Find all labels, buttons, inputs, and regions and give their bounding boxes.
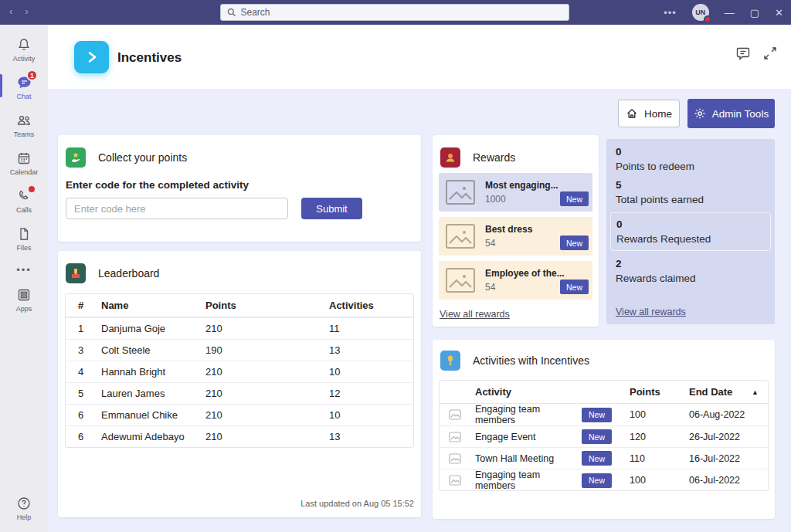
avatar-initials: UN	[695, 8, 705, 16]
titlebar: ‹ › ••• UN — ▢ ✕	[0, 0, 791, 25]
minimize-button[interactable]: —	[725, 8, 735, 18]
activities-icon	[440, 351, 460, 371]
content-area: Home Admin Tools Collect your points Ent…	[48, 89, 791, 532]
points-summary-panel: 0 Points to redeem 5 Total points earned…	[606, 139, 775, 324]
presence-busy-dot	[704, 15, 711, 23]
image-placeholder-icon	[445, 179, 476, 205]
new-badge: New	[582, 429, 612, 444]
chevron-right-icon	[86, 50, 98, 64]
search-input[interactable]	[241, 7, 562, 18]
leaderboard-row: 3Colt Steele19013	[66, 339, 413, 361]
image-placeholder-icon	[449, 432, 461, 442]
page-title: Incentives	[117, 50, 182, 66]
teams-icon	[15, 113, 32, 128]
rail-item-calendar[interactable]: Calendar	[0, 144, 48, 182]
image-placeholder-icon	[445, 267, 476, 293]
rail-label: Calendar	[10, 168, 39, 176]
leaderboard-row: 6Adewumi Adebayo21013	[66, 425, 413, 447]
leaderboard-row: 1Danjuma Goje21011	[66, 317, 413, 339]
reward-item[interactable]: Most engaging... 1000 New	[439, 173, 592, 212]
titlebar-more-icon[interactable]: •••	[664, 7, 677, 19]
reward-item[interactable]: Best dress 54 New	[439, 217, 592, 256]
activity-row[interactable]: Engaging team members New 100 06-Jul-202…	[440, 469, 768, 490]
activities-table: Activity Points End Date ▲ Engaging team…	[439, 380, 769, 491]
leaderboard-header-row: # Name Points Activities	[66, 294, 413, 317]
collect-points-card: Collect your points Enter code for the c…	[58, 135, 421, 242]
rail-item-activity[interactable]: Activity	[0, 31, 48, 69]
image-placeholder-icon	[449, 409, 461, 420]
view-all-rewards-link[interactable]: View all rewards	[440, 309, 510, 320]
rail-label: Files	[16, 244, 31, 252]
activities-header-row: Activity Points End Date ▲	[440, 381, 768, 404]
activities-card: Activities with Incentives Activity Poin…	[433, 340, 775, 519]
rewards-icon	[440, 147, 460, 168]
leaderboard-row: 6Emmanuel Chike21010	[66, 404, 413, 425]
admin-tools-button[interactable]: Admin Tools	[687, 99, 775, 128]
chat-unread-badge: 1	[26, 69, 38, 81]
new-badge: New	[560, 236, 589, 250]
calls-notification-dot	[29, 186, 35, 192]
rail-item-chat[interactable]: 1 Chat	[0, 69, 48, 107]
new-badge: New	[560, 280, 589, 294]
help-icon	[16, 496, 32, 511]
page-header: Incentives	[48, 25, 791, 89]
rail-label: Apps	[16, 305, 32, 313]
reward-item[interactable]: Employee of the... 54 New	[439, 261, 592, 300]
incentives-app-icon	[74, 41, 109, 73]
calendar-icon	[16, 151, 32, 166]
rail-label: Calls	[16, 206, 32, 214]
activity-row[interactable]: Town Hall Meeting New 110 16-Jul-2022	[440, 447, 768, 469]
gear-icon	[694, 107, 706, 120]
rail-more-icon[interactable]: •••	[0, 258, 48, 281]
rewards-title: Rewards	[473, 151, 515, 164]
bell-icon	[16, 37, 32, 53]
leaderboard-table: # Name Points Activities 1Danjuma Goje21…	[65, 293, 414, 448]
rail-label: Teams	[14, 130, 35, 138]
activity-row[interactable]: Engaging team members New 100 06-Aug-202…	[440, 404, 768, 425]
leaderboard-icon	[66, 263, 86, 283]
sort-ascending-icon[interactable]: ▲	[752, 388, 759, 396]
rail-label: Activity	[13, 55, 36, 63]
leaderboard-row: 5Lauren James21012	[66, 382, 413, 404]
enter-code-prompt: Enter code for the completed activity	[66, 179, 413, 191]
rail-item-help[interactable]: Help	[0, 490, 48, 527]
collect-points-title: Collect your points	[98, 151, 187, 164]
apps-grid-icon	[16, 287, 32, 303]
new-badge: New	[582, 408, 612, 422]
home-button[interactable]: Home	[618, 100, 680, 127]
new-badge: New	[560, 191, 589, 206]
rail-item-files[interactable]: Files	[0, 220, 48, 258]
submit-button[interactable]: Submit	[301, 198, 362, 219]
code-input[interactable]	[66, 198, 288, 219]
activity-row[interactable]: Engage Event New 120 26-Jul-2022	[440, 425, 768, 447]
stat-points-to-redeem: 0 Points to redeem	[616, 146, 766, 172]
new-badge: New	[582, 473, 612, 488]
stat-total-points-earned: 5 Total points earned	[616, 179, 766, 205]
rail-item-calls[interactable]: Calls	[0, 182, 48, 220]
home-icon	[626, 107, 638, 120]
avatar[interactable]: UN	[692, 4, 709, 21]
rail-item-teams[interactable]: Teams	[0, 107, 48, 144]
view-all-rewards-link[interactable]: View all rewards	[616, 307, 686, 317]
leaderboard-title: Leaderboard	[98, 267, 159, 280]
rail-label: Help	[17, 513, 32, 521]
feedback-icon[interactable]	[735, 46, 751, 61]
stat-rewards-claimed: 2 Rewards claimed	[616, 258, 766, 284]
new-badge: New	[582, 451, 612, 466]
maximize-button[interactable]: ▢	[750, 8, 759, 18]
close-button[interactable]: ✕	[775, 8, 783, 18]
search-box[interactable]	[220, 4, 569, 21]
leaderboard-row: 4Hannah Bright21010	[66, 361, 413, 382]
rail-item-apps[interactable]: Apps	[0, 281, 48, 319]
nav-forward-icon[interactable]: ›	[25, 5, 28, 17]
app-rail: Activity 1 Chat Teams Calendar Calls Fil…	[0, 25, 48, 532]
teams-window: ‹ › ••• UN — ▢ ✕ Activity 1 Chat	[0, 0, 791, 532]
file-icon	[16, 226, 32, 242]
expand-icon[interactable]	[763, 46, 777, 60]
last-updated-text: Last updated on Aug 05 15:52	[300, 499, 414, 508]
nav-back-icon[interactable]: ‹	[9, 5, 12, 17]
stat-rewards-requested: 0 Rewards Requested	[610, 212, 771, 251]
image-placeholder-icon	[449, 453, 461, 464]
search-icon	[227, 8, 236, 17]
image-placeholder-icon	[445, 223, 476, 249]
